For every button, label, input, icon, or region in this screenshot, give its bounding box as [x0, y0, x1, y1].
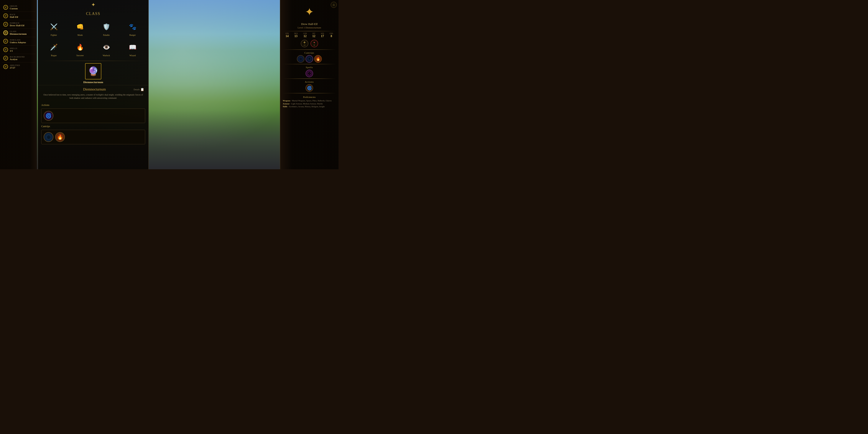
- class-panel-header-icon: ✦: [38, 0, 148, 8]
- nav-text-origin: Origin Custom: [10, 5, 18, 10]
- action-icon-1[interactable]: 🌀: [43, 111, 53, 121]
- cantrips-title: Cantrips: [283, 52, 336, 54]
- nav-label-background: Background: [10, 56, 25, 58]
- class-name-paladin: Paladin: [103, 34, 110, 36]
- nav-check-icon-class: ✓: [5, 31, 7, 34]
- stat-label-str: STR: [286, 33, 289, 34]
- nav-check-subrace: ✓: [3, 22, 8, 27]
- skills-label: Skills: [283, 105, 287, 107]
- right-content: ✦ Drow Half-Elf Level 1 Diemnocturnum ST…: [280, 0, 339, 169]
- class-item-fighter[interactable]: ⚔️ Fighter: [41, 19, 66, 38]
- nav-text-spells: Spells 1/1: [10, 47, 18, 52]
- nav-check-icon-subrace: ✓: [5, 23, 7, 26]
- nav-item-abilities[interactable]: ✓ Abilities 27/27: [2, 62, 36, 71]
- cantrip-icon-1[interactable]: ⊕: [43, 132, 53, 142]
- actions-box: 🌀: [41, 108, 145, 123]
- class-item-monk[interactable]: 👊 Monk: [67, 19, 93, 38]
- stats-row: STR 14 DEX 13 CON 12 INT 12 WIS 17 CHA 8: [283, 33, 336, 38]
- class-item-rogue[interactable]: 🗡️ Rogue: [41, 39, 66, 59]
- cantrip-icon-2[interactable]: 🔥: [55, 132, 65, 142]
- center-class-panel: ✦ Class ⚔️ Fighter 👊 Monk 🛡️ Paladin 🐾 R…: [38, 0, 149, 169]
- cantrip-slot-1[interactable]: ⊕: [297, 55, 305, 63]
- combat-stats: ✛ +1 ♥ 9: [283, 40, 336, 47]
- nav-check-icon-abilities: ✓: [5, 65, 7, 68]
- nav-item-class[interactable]: ✓ Class Diemnocturnum: [2, 29, 36, 37]
- nav-text-class: Class Diemnocturnum: [10, 30, 27, 35]
- spell-slot-1[interactable]: ✤: [306, 70, 313, 77]
- selected-class-display: 🔮 Diemnocturnum: [38, 62, 148, 85]
- nav-check-icon-subclass: ✓: [5, 40, 7, 43]
- stat-item-wis: WIS 17: [321, 33, 324, 38]
- details-label: Details: [134, 88, 140, 91]
- nav-item-spells[interactable]: ✓ Spells 1/1: [2, 45, 36, 54]
- nav-item-race[interactable]: ✓ Race Half-Elf: [2, 12, 36, 20]
- class-name-sorcerer: Sorcerer: [76, 54, 84, 57]
- class-icon-fighter: ⚔️: [48, 21, 60, 33]
- compass-icon: ✦: [301, 3, 318, 21]
- nav-value-abilities: 27/27: [10, 66, 20, 69]
- nav-item-subrace[interactable]: ✓ Subrace Drow Half-Elf: [2, 20, 36, 29]
- stat-label-int: INT: [312, 33, 315, 34]
- weapons-value: Martial Weapons, Spears, Pikes, Halberds…: [292, 100, 332, 102]
- nav-item-background[interactable]: ✓ Background Acolyte: [2, 54, 36, 62]
- nav-value-race: Half-Elf: [10, 16, 18, 18]
- stat-item-dex: DEX 13: [294, 33, 298, 38]
- nav-check-spells: ✓: [3, 47, 8, 52]
- class-desc-text: Once believed lost to time, now emerging…: [42, 93, 144, 100]
- nav-value-origin: Custom: [10, 7, 18, 10]
- nav-check-race: ✓: [3, 13, 8, 18]
- class-actions-section: Actions 🌀 Cantrips ⊕ 🔥: [38, 102, 148, 148]
- class-item-warlock[interactable]: 👁️ Warlock: [94, 39, 119, 59]
- details-button[interactable]: Details 📋: [134, 88, 144, 91]
- stat-value-dex: 13: [294, 34, 298, 38]
- class-grid: ⚔️ Fighter 👊 Monk 🛡️ Paladin 🐾 Ranger 🗡️…: [38, 18, 148, 60]
- class-panel-title: Class: [38, 9, 148, 18]
- nav-text-background: Background Acolyte: [10, 56, 25, 61]
- hp-stat: ♥ 9: [311, 40, 318, 47]
- nav-label-origin: Origin: [10, 5, 18, 7]
- nav-check-class: ✓: [3, 30, 8, 35]
- class-desc-title: Diemnocturnum: [55, 88, 134, 91]
- stat-label-con: CON: [303, 33, 307, 34]
- nav-value-subrace: Drow Half-Elf: [10, 24, 24, 27]
- proficiencies-title: Proficiencies: [283, 96, 336, 98]
- nav-label-subrace: Subrace: [10, 22, 24, 24]
- cantrip-slot-3[interactable]: 🔥: [314, 55, 322, 63]
- nav-label-race: Race: [10, 13, 18, 16]
- home-button[interactable]: ⌂: [331, 2, 337, 8]
- cantrip-slot-2[interactable]: ✦: [306, 55, 313, 63]
- nav-label-subclass: Subclass: [10, 39, 26, 41]
- nav-value-class: Diemnocturnum: [10, 33, 27, 35]
- desc-header: Diemnocturnum Details 📋: [42, 88, 144, 91]
- nav-item-subclass[interactable]: ✓ Subclass Umbra Adeptus: [2, 37, 36, 45]
- class-item-ranger[interactable]: 🐾 Ranger: [120, 19, 145, 38]
- action-slot-1[interactable]: 🌀: [306, 84, 313, 92]
- class-item-paladin[interactable]: 🛡️ Paladin: [94, 19, 119, 38]
- stat-label-cha: CHA: [330, 33, 333, 34]
- armour-label: Armour: [283, 103, 290, 105]
- nav-check-icon-origin: ✓: [5, 6, 7, 9]
- armor-class-label: +1: [304, 44, 306, 46]
- class-name-ranger: Ranger: [129, 34, 136, 36]
- armor-class-value: ✛: [303, 41, 306, 44]
- hp-icon: ♥: [313, 41, 315, 44]
- class-icon-paladin: 🛡️: [100, 21, 113, 33]
- class-item-wizard[interactable]: 📖 Wizard: [120, 39, 145, 59]
- separator-4: [283, 79, 336, 79]
- right-info-panel: ⌂ ✦ Drow Half-Elf Level 1 Diemnocturnum …: [280, 0, 339, 169]
- stat-value-cha: 8: [331, 34, 332, 38]
- stat-item-con: CON 12: [303, 33, 307, 38]
- separator-5: [283, 93, 336, 93]
- nav-check-background: ✓: [3, 56, 8, 61]
- nav-check-icon-background: ✓: [5, 57, 7, 60]
- class-icon-rogue: 🗡️: [48, 41, 60, 53]
- nav-check-subclass: ✓: [3, 39, 8, 43]
- nav-label-spells: Spells: [10, 47, 18, 50]
- nav-text-subclass: Subclass Umbra Adeptus: [10, 39, 26, 43]
- proficiencies-text: Weapons - Martial Weapons, Spears, Pikes…: [283, 99, 336, 108]
- class-item-sorcerer[interactable]: 🔥 Sorcerer: [67, 39, 93, 59]
- nav-label-class: Class: [10, 30, 27, 33]
- weapons-label: Weapons: [283, 100, 290, 102]
- nav-item-origin[interactable]: ✓ Origin Custom: [2, 3, 36, 12]
- selected-class-name-large: Diemnocturnum: [83, 81, 103, 84]
